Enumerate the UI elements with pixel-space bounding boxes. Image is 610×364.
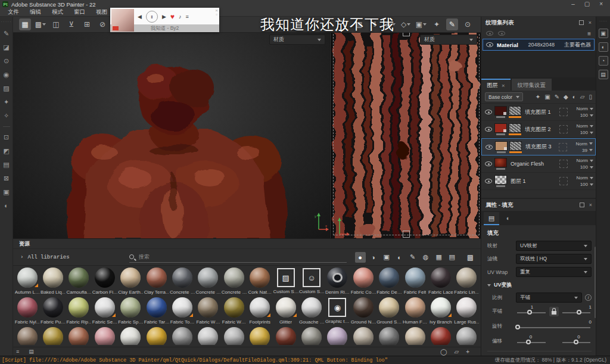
asset-Ground N…[interactable]: Ground N… [350,297,376,327]
projection-tool[interactable]: ⊙ [1,55,12,66]
texture-set-options-icon[interactable]: ≡ [587,30,591,37]
float-panel-icon[interactable] [580,203,584,207]
layer-mask-thumbnail[interactable] [509,106,521,116]
minimize-button[interactable]: – [571,1,575,7]
bake-tool[interactable]: ▣ [1,186,12,197]
menu-item-窗口[interactable]: 窗口 [69,8,91,16]
asset-material[interactable] [118,327,144,345]
tab-fill-properties[interactable]: ▤ [484,212,499,225]
blend-mode-dropdown[interactable]: Norm [575,141,587,147]
rotation-slider[interactable]: 0 [516,322,592,331]
asset-Fabric W…[interactable]: Fabric W… [195,297,221,327]
asset-Cork Nat…[interactable]: Cork Nat… [247,267,273,297]
add-fill-layer-button[interactable]: ◆ [564,94,568,100]
clone-tool[interactable]: ✦ [1,97,12,107]
asset-material[interactable] [40,327,66,345]
asset-Graphic t…[interactable]: ◉Graphic t… [325,297,350,327]
favorite-button[interactable]: ♥ [170,13,175,21]
asset-Concrete …[interactable]: Concrete … [221,267,247,297]
add-effect-button[interactable]: ✦ [536,94,540,100]
viewport-2d[interactable]: 材质 [331,33,481,238]
previous-track-button[interactable]: ◀ [138,14,142,20]
close-button[interactable]: × [599,1,603,7]
asset-Ivy Branch[interactable]: Ivy Branch [428,297,453,327]
shader-tool[interactable]: ◐ [1,200,12,211]
show-all-icon[interactable] [486,31,493,36]
blend-mode-dropdown[interactable]: Norm [576,106,588,111]
symmetry-button[interactable]: ⊻ [66,18,77,30]
filter-textures[interactable]: ▦ [434,252,444,263]
stamp-tool[interactable]: ✧ [1,110,12,121]
disable-button[interactable]: ⊘ [97,18,108,30]
layer-visibility-icon[interactable] [485,179,492,183]
filter-alphas[interactable]: ◍ [421,252,431,263]
uv-reproject-button[interactable]: ▦ [19,18,31,30]
viewport-3d-shading-dropdown[interactable]: 材质 [269,35,325,45]
tab-texture-set-settings[interactable]: 纹理集设置 [512,79,552,91]
play-pause-button[interactable]: ‖ [146,11,158,23]
asset-Fabric Lace[interactable]: Fabric Lace [428,267,453,297]
uv-tile-handle-bottom[interactable] [403,231,410,238]
asset-Fabric Pu…[interactable]: Fabric Pu… [40,297,66,327]
panel-history[interactable]: ◔ [599,56,608,66]
asset-Fabric Tar…[interactable]: Fabric Tar… [144,297,169,327]
snapshot-button[interactable]: ⊙ [462,18,474,30]
asset-Concrete …[interactable]: Concrete … [169,267,195,297]
asset-material[interactable] [350,327,376,345]
menu-item-文件[interactable]: 文件 [2,8,24,16]
offset-u-slider[interactable]: 0 [516,337,547,346]
next-track-button[interactable]: ▶ [162,14,166,20]
asset-Footprints[interactable]: Footprints [247,297,273,327]
volume-button[interactable]: ♪ [179,14,182,20]
shelf-refresh-button[interactable]: ◯ [440,349,447,355]
asset-Large Rus…[interactable]: Large Rus… [454,297,480,327]
tab-close-icon[interactable]: × [502,82,505,89]
filter-smart-masks[interactable]: ▣ [381,252,392,263]
layer-visibility-icon[interactable] [485,161,492,166]
asset-Human F…[interactable]: Human F… [402,297,428,327]
asset-material[interactable] [376,327,402,345]
filtering-dropdown[interactable]: 双线性 | HQ [516,254,592,264]
filter-filters[interactable]: ◐ [394,252,405,263]
layer-row-1[interactable]: 填充图层 1Norm100 [481,104,596,121]
asset-material[interactable] [298,327,324,345]
asset-material[interactable] [428,327,453,345]
eraser-tool[interactable]: ◪ [1,42,12,52]
layer-row-2[interactable]: 填充图层 2Norm100 [481,121,596,138]
tiling-v-slider[interactable]: 1 [561,307,592,316]
library-dropdown[interactable]: › All libraries [20,254,70,260]
layer-thumbnail[interactable] [494,158,507,167]
smudge-tool[interactable]: ▨ [1,83,12,94]
asset-Concrete …[interactable]: Concrete … [195,267,221,297]
tiling-lock-button[interactable] [549,307,559,316]
blend-mode-dropdown[interactable]: Norm [576,123,588,129]
viewport-3d[interactable]: 材质 y x [13,33,331,238]
asset-material[interactable] [169,327,195,345]
asset-Fabric De…[interactable]: Fabric De… [376,267,402,297]
menu-item-模式[interactable]: 模式 [46,8,69,16]
crop-tool[interactable]: ⊠ [1,173,12,183]
opacity-dropdown[interactable]: 100 [580,164,588,170]
asset-Fabric W…[interactable]: Fabric W… [221,297,247,327]
opacity-dropdown[interactable]: 39 [582,148,587,153]
layer-visibility-icon[interactable] [485,110,492,114]
layer-visibility-icon[interactable] [485,145,493,150]
filter-environments[interactable]: ▤ [447,252,458,263]
asset-material[interactable] [325,327,350,345]
asset-Denim Ri…[interactable]: Denim Ri… [325,267,350,297]
layer-thumbnail[interactable] [494,175,507,185]
hide-all-icon[interactable] [498,31,505,36]
asset-Clay Terra…[interactable]: Clay Terra… [144,267,169,297]
asset-material[interactable] [273,327,298,345]
layer-row-3[interactable]: 填充图层 3Norm39 [481,138,596,155]
asset-Fabric Rip…[interactable]: Fabric Rip… [66,297,92,327]
asset-Custom S…[interactable]: ▨Custom S… [273,267,298,297]
asset-Gouache …[interactable]: Gouache … [298,297,324,327]
export-tool[interactable]: ⊡ [1,132,12,142]
asset-material[interactable] [221,327,247,345]
asset-Fabric To…[interactable]: Fabric To… [169,297,195,327]
asset-Fabric Sp…[interactable]: Fabric Sp… [118,297,144,327]
asset-Autumn L…[interactable]: Autumn L… [14,267,40,297]
uv-wrap-dropdown[interactable]: 重复 [516,267,592,277]
shelf-import-button[interactable]: + [466,349,469,355]
